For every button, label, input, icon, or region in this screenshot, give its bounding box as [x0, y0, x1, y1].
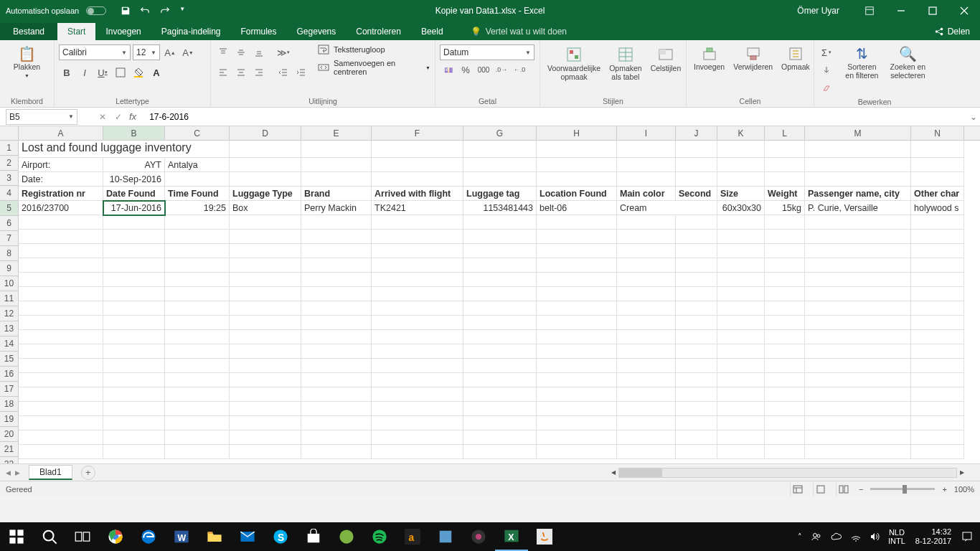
cell[interactable]	[165, 430, 230, 445]
cell[interactable]	[717, 344, 765, 359]
cell[interactable]	[537, 301, 617, 316]
cell[interactable]	[372, 330, 463, 344]
cell[interactable]	[717, 230, 765, 244]
cell[interactable]	[19, 344, 103, 359]
cell[interactable]	[103, 402, 165, 416]
cell[interactable]	[463, 158, 537, 172]
cell[interactable]	[301, 172, 372, 187]
cell[interactable]	[372, 402, 463, 416]
tray-network-icon[interactable]	[847, 532, 865, 542]
cell[interactable]	[230, 244, 301, 258]
cell[interactable]	[103, 273, 165, 287]
cell[interactable]: 10-Sep-2016	[103, 172, 165, 187]
cell[interactable]	[676, 387, 717, 402]
cell[interactable]	[372, 387, 463, 402]
conditional-formatting-button[interactable]: Voorwaardelijke opmaak	[545, 44, 603, 83]
tell-me-search[interactable]: 💡 Vertel wat u wilt doen	[461, 23, 577, 40]
cell[interactable]	[103, 445, 165, 459]
cell[interactable]	[911, 215, 964, 230]
cell[interactable]	[372, 344, 463, 359]
tray-volume-icon[interactable]	[865, 532, 884, 542]
cell[interactable]: Arrived with flight	[372, 187, 463, 201]
align-center-button[interactable]	[233, 65, 249, 80]
cell[interactable]	[617, 373, 676, 387]
tab-layout[interactable]: Pagina-indeling	[151, 23, 231, 40]
accept-formula-icon[interactable]: ✓	[115, 112, 122, 122]
cell[interactable]	[165, 215, 230, 230]
cell[interactable]: Antalya	[165, 158, 230, 172]
cell[interactable]	[617, 430, 676, 445]
row-header[interactable]: 19	[0, 412, 18, 427]
cell[interactable]	[537, 416, 617, 430]
cell[interactable]	[617, 301, 676, 316]
cell[interactable]: holywood s	[911, 201, 964, 215]
cell[interactable]	[463, 215, 537, 230]
column-header[interactable]: M	[805, 126, 911, 140]
cell[interactable]	[676, 445, 717, 459]
spreadsheet-grid[interactable]: ABCDEFGHIJKLMN 1234567891011121314151617…	[0, 126, 980, 463]
percent-button[interactable]: %	[458, 62, 473, 77]
undo-icon[interactable]	[139, 6, 151, 16]
cell[interactable]	[537, 172, 617, 187]
cell[interactable]	[463, 230, 537, 244]
cell[interactable]	[805, 430, 911, 445]
taskbar-word[interactable]: W	[165, 522, 198, 551]
cell[interactable]	[717, 215, 765, 230]
shrink-font-button[interactable]: A▼	[180, 44, 196, 60]
cell[interactable]	[372, 301, 463, 316]
tray-lang2[interactable]: INTL	[888, 537, 905, 545]
cell[interactable]	[372, 158, 463, 172]
cell[interactable]	[537, 316, 617, 330]
cell[interactable]	[372, 416, 463, 430]
cell[interactable]	[805, 373, 911, 387]
cell[interactable]	[301, 445, 372, 459]
zoom-level[interactable]: 100%	[954, 485, 974, 494]
cell[interactable]	[805, 158, 911, 172]
cell[interactable]	[301, 258, 372, 273]
row-headers[interactable]: 12345678910111213141516171819202122	[0, 141, 19, 463]
search-button[interactable]	[33, 522, 66, 551]
cell[interactable]	[165, 416, 230, 430]
cell[interactable]	[911, 330, 964, 344]
cell[interactable]	[765, 287, 805, 301]
cell[interactable]	[301, 430, 372, 445]
cell[interactable]	[765, 373, 805, 387]
cell[interactable]	[103, 373, 165, 387]
cell[interactable]	[301, 344, 372, 359]
tray-clock[interactable]: 14:32 8-12-2017	[910, 527, 957, 546]
tab-formulas[interactable]: Formules	[231, 23, 287, 40]
cell[interactable]	[805, 172, 911, 187]
cell[interactable]	[765, 301, 805, 316]
cell-styles-button[interactable]: Celstijlen	[648, 44, 684, 75]
start-button[interactable]	[0, 522, 33, 551]
paste-button[interactable]: 📋 Plakken ▼	[11, 44, 43, 80]
column-header[interactable]: J	[676, 126, 717, 140]
cell[interactable]	[230, 445, 301, 459]
tray-onedrive-icon[interactable]	[826, 532, 847, 541]
cells-area[interactable]: Lost and found luggage inventoryAirport:…	[19, 141, 980, 463]
cell[interactable]	[805, 215, 911, 230]
decrease-indent-button[interactable]	[275, 65, 291, 80]
cell[interactable]	[372, 141, 463, 158]
insert-cells-button[interactable]: Invoegen	[691, 44, 727, 73]
align-right-button[interactable]	[251, 65, 267, 80]
cell[interactable]	[765, 158, 805, 172]
cell[interactable]: Cream	[617, 201, 717, 215]
cell[interactable]: Weight	[765, 187, 805, 201]
sheet-tab[interactable]: Blad1	[29, 465, 72, 480]
cell[interactable]	[537, 287, 617, 301]
tab-view[interactable]: Beeld	[411, 23, 453, 40]
cell[interactable]	[617, 287, 676, 301]
increase-indent-button[interactable]	[293, 65, 309, 80]
cell[interactable]	[765, 359, 805, 373]
cell[interactable]	[463, 430, 537, 445]
cell[interactable]	[165, 445, 230, 459]
cell[interactable]	[372, 287, 463, 301]
cell[interactable]	[372, 373, 463, 387]
cell[interactable]	[230, 330, 301, 344]
cell[interactable]	[463, 402, 537, 416]
cell[interactable]	[617, 316, 676, 330]
increase-decimal-button[interactable]: .0→	[494, 62, 509, 77]
cell[interactable]	[463, 141, 537, 158]
orientation-button[interactable]: ≫▾	[275, 44, 291, 60]
